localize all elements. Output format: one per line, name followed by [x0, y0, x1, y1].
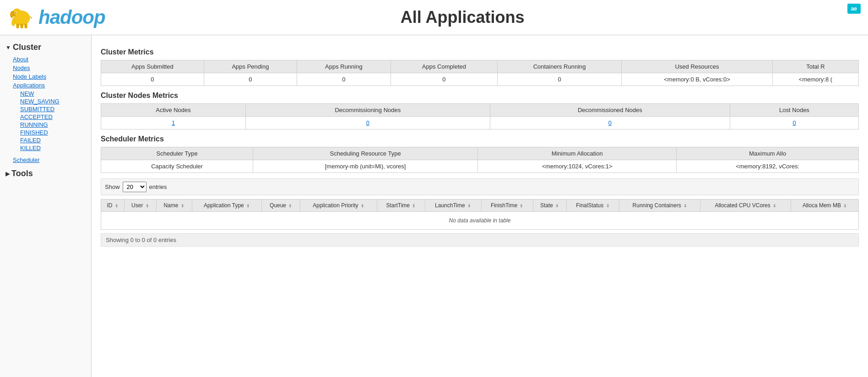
- sort-start-time-icon: ⇕: [412, 204, 416, 208]
- col-application-priority[interactable]: Application Priority ⇕: [300, 199, 377, 212]
- col-containers-running: Containers Running: [498, 60, 622, 73]
- sidebar-item-new-saving[interactable]: NEW_SAVING: [16, 97, 91, 105]
- sort-finish-time-icon: ⇕: [520, 204, 523, 208]
- val-lost-nodes[interactable]: 0: [730, 117, 858, 129]
- col-total-r: Total R: [772, 60, 858, 73]
- entries-select[interactable]: 102050100: [123, 182, 146, 192]
- decommissioning-link[interactable]: 0: [366, 119, 369, 126]
- svg-rect-5: [16, 24, 19, 29]
- col-launch-time[interactable]: LaunchTime ⇕: [425, 199, 481, 212]
- sort-name-icon: ⇕: [181, 204, 184, 208]
- sidebar-item-submitted[interactable]: SUBMITTED: [16, 105, 91, 113]
- col-final-status[interactable]: FinalStatus ⇕: [566, 199, 619, 212]
- val-apps-running: 0: [297, 73, 391, 86]
- hadoop-logo-text: hadoop: [38, 6, 105, 28]
- val-scheduler-type: Capacity Scheduler: [101, 160, 253, 173]
- sidebar-item-finished[interactable]: FINISHED: [16, 129, 91, 136]
- sort-priority-icon: ⇕: [361, 204, 364, 208]
- tools-label: Tools: [11, 169, 33, 178]
- val-active-nodes[interactable]: 1: [101, 117, 246, 129]
- col-user[interactable]: User ⇕: [125, 199, 156, 212]
- hadoop-logo-elephant: [7, 4, 35, 31]
- col-minimum-allocation: Minimum Allocation: [477, 147, 676, 160]
- val-total-r: <memory:8 (: [772, 73, 858, 86]
- logo-area: hadoop: [7, 4, 105, 31]
- scheduler-metrics-title: Scheduler Metrics: [101, 135, 859, 143]
- application-sub-links: NEW NEW_SAVING SUBMITTED ACCEPTED RUNNIN…: [0, 90, 91, 152]
- layout: ▼ Cluster About Nodes Node Labels Applic…: [0, 35, 868, 377]
- cluster-label: Cluster: [13, 43, 41, 52]
- col-scheduler-type: Scheduler Type: [101, 147, 253, 160]
- tools-arrow-icon: ▶: [5, 171, 10, 177]
- val-minimum-allocation: <memory:1024, vCores:1>: [477, 160, 676, 173]
- active-nodes-link[interactable]: 1: [172, 119, 175, 126]
- cluster-metrics-table: Apps Submitted Apps Pending Apps Running…: [101, 60, 859, 86]
- sidebar-item-about[interactable]: About: [9, 55, 91, 64]
- col-decommissioning-nodes: Decommissioning Nodes: [246, 104, 490, 117]
- sidebar-item-nodes[interactable]: Nodes: [9, 64, 91, 72]
- col-allocated-cpu[interactable]: Allocated CPU VCores ⇕: [700, 199, 791, 212]
- sidebar-item-applications[interactable]: Applications: [9, 81, 91, 90]
- col-apps-running: Apps Running: [297, 60, 391, 73]
- col-id[interactable]: ID ⇕: [101, 199, 125, 212]
- cluster-metrics-title: Cluster Metrics: [101, 48, 859, 56]
- entries-label: entries: [149, 183, 167, 190]
- cluster-arrow-icon: ▼: [5, 44, 11, 51]
- val-apps-submitted: 0: [101, 73, 204, 86]
- col-decommissioned-nodes: Decommissioned Nodes: [490, 104, 730, 117]
- col-running-containers[interactable]: Running Containers ⇕: [619, 199, 700, 212]
- col-start-time[interactable]: StartTime ⇕: [377, 199, 425, 212]
- main-content: Cluster Metrics Apps Submitted Apps Pend…: [92, 35, 868, 377]
- col-apps-pending: Apps Pending: [204, 60, 297, 73]
- cluster-nodes-title: Cluster Nodes Metrics: [101, 92, 859, 100]
- val-containers-running: 0: [498, 73, 622, 86]
- val-apps-completed: 0: [391, 73, 497, 86]
- svg-rect-7: [25, 24, 27, 29]
- sidebar-item-scheduler[interactable]: Scheduler: [9, 156, 91, 164]
- col-apps-completed: Apps Completed: [391, 60, 497, 73]
- applications-table: ID ⇕ User ⇕ Name ⇕ Application Type ⇕: [101, 199, 859, 230]
- sidebar-item-node-labels[interactable]: Node Labels: [9, 72, 91, 81]
- col-state[interactable]: State ⇕: [533, 199, 566, 212]
- sort-final-status-icon: ⇕: [606, 204, 610, 208]
- col-application-type[interactable]: Application Type ⇕: [192, 199, 262, 212]
- decommissioned-link[interactable]: 0: [608, 119, 612, 126]
- sort-user-icon: ⇕: [146, 204, 149, 208]
- val-maximum-allo: <memory:8192, vCores:: [677, 160, 859, 173]
- top-right-badge: ae: [847, 4, 861, 14]
- cluster-section-header[interactable]: ▼ Cluster: [0, 40, 91, 55]
- show-label: Show: [105, 183, 120, 190]
- val-scheduling-resource-type: [memory-mb (unit=Mi), vcores]: [253, 160, 478, 173]
- sidebar-item-accepted[interactable]: ACCEPTED: [16, 113, 91, 121]
- val-decommissioned-nodes[interactable]: 0: [490, 117, 730, 129]
- sort-id-icon: ⇕: [115, 204, 119, 208]
- sort-launch-time-icon: ⇕: [467, 204, 471, 208]
- val-decommissioning-nodes[interactable]: 0: [246, 117, 490, 129]
- sort-queue-icon: ⇕: [288, 204, 292, 208]
- col-queue[interactable]: Queue ⇕: [262, 199, 300, 212]
- col-allocated-mem[interactable]: Alloca Mem MB ⇕: [791, 199, 859, 212]
- col-used-resources: Used Resources: [622, 60, 773, 73]
- showing-bar: Showing 0 to 0 of 0 entries: [101, 233, 859, 247]
- col-maximum-allo: Maximum Allo: [677, 147, 859, 160]
- col-finish-time[interactable]: FinishTime ⇕: [481, 199, 533, 212]
- scheduler-link-container: Scheduler: [0, 156, 91, 164]
- sidebar-item-failed[interactable]: FAILED: [16, 136, 91, 144]
- col-active-nodes: Active Nodes: [101, 104, 246, 117]
- col-name[interactable]: Name ⇕: [156, 199, 192, 212]
- page-title: All Applications: [105, 8, 847, 27]
- sidebar-item-killed[interactable]: KILLED: [16, 144, 91, 152]
- sort-allocated-cpu-icon: ⇕: [773, 204, 776, 208]
- sidebar: ▼ Cluster About Nodes Node Labels Applic…: [0, 35, 92, 377]
- sidebar-item-running[interactable]: RUNNING: [16, 121, 91, 129]
- lost-nodes-link[interactable]: 0: [792, 119, 796, 126]
- sort-running-containers-icon: ⇕: [684, 204, 687, 208]
- tools-section-header[interactable]: ▶ Tools: [0, 166, 91, 181]
- sort-state-icon: ⇕: [555, 204, 559, 208]
- col-lost-nodes: Lost Nodes: [730, 104, 858, 117]
- show-entries-row: Show 102050100 entries: [101, 178, 859, 195]
- col-apps-submitted: Apps Submitted: [101, 60, 204, 73]
- scheduler-metrics-table: Scheduler Type Scheduling Resource Type …: [101, 147, 859, 173]
- col-scheduling-resource-type: Scheduling Resource Type: [253, 147, 478, 160]
- sidebar-item-new[interactable]: NEW: [16, 90, 91, 97]
